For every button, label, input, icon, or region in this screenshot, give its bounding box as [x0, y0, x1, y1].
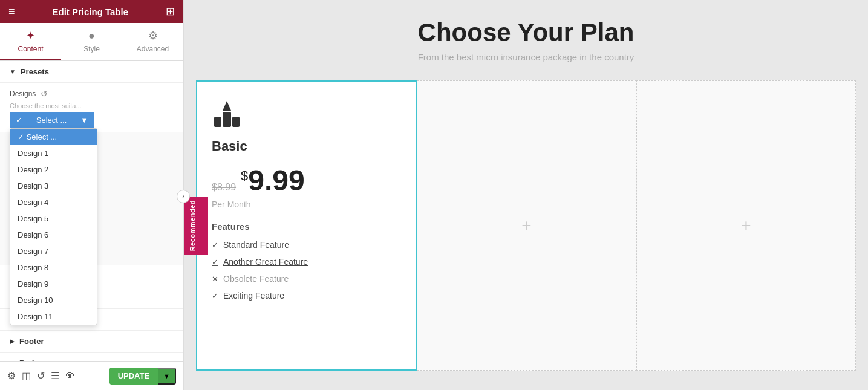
price-old: $8.99 — [212, 182, 236, 193]
panel-title: Edit Pricing Table — [52, 7, 128, 17]
feature-item-0: ✓ Standard Feature — [212, 240, 401, 250]
chevron-down-icon: ▼ — [80, 115, 88, 125]
left-panel: ≡ Edit Pricing Table ⊞ ✦ Content ● Style… — [0, 0, 184, 390]
page-subheading: From the best micro insurance package in… — [196, 52, 856, 62]
cross-icon-2: ✕ — [212, 275, 218, 284]
dropdown-item-1[interactable]: Design 1 — [10, 145, 97, 161]
page-heading: Choose Your Plan — [196, 18, 856, 47]
tab-style[interactable]: ● Style — [61, 23, 122, 60]
svg-rect-1 — [214, 117, 221, 127]
layers-icon[interactable]: ◫ — [22, 370, 31, 382]
features-title: Features — [212, 221, 401, 232]
panel-tabs: ✦ Content ● Style ⚙ Advanced — [0, 23, 183, 61]
dropdown-item-4[interactable]: Design 4 — [10, 194, 97, 210]
tab-style-label: Style — [83, 45, 100, 53]
main-area: Choose Your Plan From the best micro ins… — [184, 0, 868, 390]
history-icon[interactable]: ↺ — [37, 370, 45, 382]
pricing-card-2[interactable]: + — [417, 80, 636, 371]
settings-icon[interactable]: ⚙ — [7, 370, 16, 382]
badge-wrapper: Recommended — [184, 82, 208, 369]
dropdown-item-select[interactable]: ✓ Select ... — [10, 129, 97, 145]
grid-icon[interactable]: ⊞ — [166, 5, 175, 18]
svg-marker-3 — [223, 101, 231, 111]
dropdown-selected[interactable]: ✓ Select ... ▼ — [10, 112, 94, 128]
presets-section[interactable]: ▼ Presets — [0, 61, 183, 83]
price-symbol: $ — [241, 168, 248, 183]
recommended-badge: Recommended — [184, 197, 208, 255]
presets-label: Presets — [21, 67, 49, 76]
pricing-card-3[interactable]: + — [636, 80, 856, 371]
collapse-panel-button[interactable]: ‹ — [177, 190, 190, 203]
card-title: Basic — [212, 138, 401, 154]
footer-section-label: Footer — [19, 337, 44, 346]
tab-advanced-label: Advanced — [137, 45, 169, 53]
svg-rect-0 — [223, 112, 231, 127]
eye-icon[interactable]: 👁 — [65, 371, 75, 382]
bottom-icons: ⚙ ◫ ↺ ☰ 👁 — [7, 370, 75, 382]
check-icon-0: ✓ — [212, 241, 218, 250]
update-button[interactable]: UPDATE — [109, 368, 158, 385]
style-icon: ● — [88, 30, 95, 42]
check-icon-1: ✓ — [212, 258, 218, 267]
feature-item-2: ✕ Obsolete Feature — [212, 274, 401, 284]
hamburger-icon[interactable]: ≡ — [8, 5, 15, 18]
notes-icon[interactable]: ☰ — [51, 370, 59, 382]
footer-chevron: ▶ — [10, 338, 15, 345]
panel-body: ▼ Presets Designs ↺ Choose the most suit… — [0, 61, 183, 361]
update-group: UPDATE ▼ — [109, 368, 176, 385]
dropdown-item-2[interactable]: Design 2 — [10, 161, 97, 178]
add-placeholder-3[interactable]: + — [651, 99, 841, 352]
main-heading: Choose Your Plan — [196, 18, 856, 47]
dropdown-item-3[interactable]: Design 3 — [10, 178, 97, 194]
bottom-bar: ⚙ ◫ ↺ ☰ 👁 UPDATE ▼ — [0, 361, 183, 390]
price-period: Per Month — [212, 200, 401, 209]
designs-dropdown[interactable]: ✓ Select ... ▼ ✓ Select ... Design 1 Des… — [10, 112, 174, 128]
price-row: $8.99 $9.99 — [212, 164, 401, 197]
dropdown-item-5[interactable]: Design 5 — [10, 210, 97, 227]
designs-label-row: Designs ↺ — [10, 89, 174, 99]
designs-row: Designs ↺ Choose the most suita... ✓ Sel… — [0, 83, 183, 132]
tab-content-label: Content — [18, 45, 43, 53]
dropdown-item-11[interactable]: Design 11 — [10, 308, 97, 325]
check-mark: ✓ — [18, 132, 27, 141]
pricing-cards: Recommended Basic $8.99 $9.99 — [196, 80, 856, 371]
update-arrow-button[interactable]: ▼ — [158, 368, 176, 385]
dropdown-list: ✓ Select ... Design 1 Design 2 Design 3 … — [10, 128, 97, 325]
refresh-icon[interactable]: ↺ — [41, 89, 48, 99]
advanced-icon: ⚙ — [148, 29, 158, 42]
dropdown-selected-text: Select ... — [36, 115, 67, 125]
section-footer[interactable]: ▶ Footer — [0, 331, 183, 353]
designs-hint: Choose the most suita... — [10, 102, 174, 109]
panel-header: ≡ Edit Pricing Table ⊞ — [0, 0, 183, 23]
feature-item-3: ✓ Exciting Feature — [212, 291, 401, 301]
dropdown-item-9[interactable]: Design 9 — [10, 276, 97, 292]
dropdown-item-10[interactable]: Design 10 — [10, 292, 97, 308]
pricing-card-basic[interactable]: Recommended Basic $8.99 $9.99 — [196, 80, 417, 371]
presets-chevron: ▼ — [10, 68, 16, 75]
section-badge[interactable]: ▶ Badge — [0, 353, 183, 361]
content-icon: ✦ — [26, 29, 35, 42]
tab-advanced[interactable]: ⚙ Advanced — [122, 23, 183, 60]
dropdown-item-7[interactable]: Design 7 — [10, 243, 97, 259]
price-new: $9.99 — [241, 164, 305, 197]
tab-content[interactable]: ✦ Content — [0, 23, 61, 60]
card-icon — [212, 100, 401, 132]
check-icon-3: ✓ — [212, 291, 218, 301]
dropdown-item-6[interactable]: Design 6 — [10, 227, 97, 243]
add-placeholder-2[interactable]: + — [432, 99, 621, 352]
designs-label-text: Designs — [10, 89, 36, 98]
feature-item-1: ✓ Another Great Feature — [212, 257, 401, 267]
dropdown-item-8[interactable]: Design 8 — [10, 259, 97, 276]
svg-rect-2 — [232, 117, 240, 127]
page-content: Choose Your Plan From the best micro ins… — [196, 18, 856, 371]
check-icon: ✓ — [16, 115, 22, 125]
